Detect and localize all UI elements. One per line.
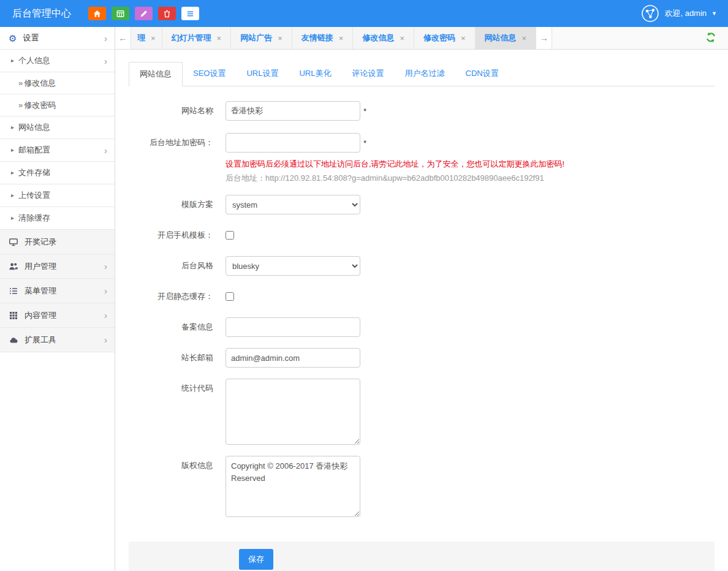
tab-slideshow[interactable]: 幻灯片管理 × (162, 27, 232, 49)
admin-key-input[interactable] (226, 133, 360, 153)
triangle-right-icon: ▸ (11, 192, 14, 199)
tab-label: 幻灯片管理 (172, 32, 211, 43)
sidebar-item-label: 上传设置 (18, 190, 50, 201)
form-footer: 保存 (129, 542, 715, 571)
tab-site-info[interactable]: 网站信息 × (476, 27, 537, 49)
triangle-right-icon: ▸ (11, 58, 14, 64)
admin-key-label: 后台地址加密码： (129, 133, 226, 184)
tab-label: 理 (137, 32, 145, 43)
save-button[interactable]: 保存 (239, 549, 273, 570)
settings-subtabs: 网站信息 SEO设置 URL设置 URL美化 评论设置 用户名过滤 CDN设置 (129, 62, 715, 86)
form-row-mobile-template: 开启手机模板： (129, 225, 715, 245)
subtab-url-settings[interactable]: URL设置 (236, 62, 289, 86)
admin-style-select[interactable]: bluesky (226, 256, 360, 276)
tab-label: 修改信息 (362, 32, 394, 43)
form-row-site-name: 网站名称 * (129, 101, 715, 122)
sidebar-item-email-config[interactable]: ▸ 邮箱配置 › (0, 139, 115, 162)
subtab-comment-settings[interactable]: 评论设置 (342, 62, 395, 86)
subtab-site-info[interactable]: 网站信息 (129, 62, 183, 86)
sidebar-item-content-management[interactable]: 内容管理 › (0, 303, 115, 328)
sidebar-item-label: 用户管理 (25, 261, 56, 272)
double-angle-icon: » (18, 78, 23, 88)
home-icon (93, 9, 102, 18)
sidebar-item-label: 修改信息 (24, 78, 56, 89)
tab-site-ads[interactable]: 网站广告 × (231, 27, 292, 49)
sidebar-item-label: 扩展工具 (25, 335, 56, 346)
triangle-right-icon: ▸ (11, 170, 14, 176)
apps-button[interactable] (112, 7, 129, 20)
tab-label: 友情链接 (301, 32, 333, 43)
form-row-admin-style: 后台风格 bluesky (129, 256, 715, 276)
tab-label: 修改密码 (423, 32, 455, 43)
required-mark: * (363, 101, 366, 122)
icp-label: 备案信息 (129, 317, 226, 337)
form-row-admin-key: 后台地址加密码： * 设置加密码后必须通过以下地址访问后台,请劳记此地址，为了安… (129, 133, 715, 184)
menu-icon (9, 286, 18, 296)
sidebar-item-edit-password[interactable]: » 修改密码 (0, 94, 115, 116)
copyright-textarea[interactable]: Copyright © 2006-2017 香港快彩 Reserved (226, 456, 360, 517)
sidebar-item-edit-info[interactable]: » 修改信息 (0, 72, 115, 94)
stats-code-textarea[interactable] (226, 379, 360, 445)
refresh-button[interactable] (705, 27, 728, 49)
main-column: ← 理 × 幻灯片管理 × 网站广告 × 友情链接 × 修 (115, 27, 728, 571)
close-icon[interactable]: × (339, 34, 344, 43)
copyright-label: 版权信息 (129, 456, 226, 517)
sidebar-item-settings[interactable]: ⚙ 设置 › (0, 27, 115, 50)
tab-clipped[interactable]: 理 × (131, 27, 162, 49)
subtab-cdn-settings[interactable]: CDN设置 (455, 62, 509, 86)
calendar-grid-icon (116, 9, 125, 18)
close-icon[interactable]: × (461, 34, 466, 43)
admin-style-label: 后台风格 (129, 256, 226, 276)
admin-key-url: 后台地址：http://120.92.81.54:808?g=admin&upw… (226, 173, 544, 184)
home-button[interactable] (88, 7, 106, 20)
webmaster-email-input[interactable] (226, 348, 360, 368)
tabs-scroll-right-button[interactable]: → (536, 27, 552, 49)
close-icon[interactable]: × (278, 34, 282, 43)
sidebar-item-menu-management[interactable]: 菜单管理 › (0, 279, 115, 303)
template-select[interactable]: system (226, 195, 360, 214)
sidebar-item-user-management[interactable]: 用户管理 › (0, 254, 115, 279)
edit-button[interactable] (135, 7, 153, 20)
site-name-label: 网站名称 (129, 101, 226, 122)
monitor-icon (9, 237, 18, 247)
sidebar-item-file-storage[interactable]: ▸ 文件存储 (0, 162, 115, 184)
site-name-input[interactable] (226, 101, 360, 121)
list-button[interactable] (181, 7, 199, 20)
webmaster-email-label: 站长邮箱 (129, 348, 226, 368)
subtab-username-filter[interactable]: 用户名过滤 (395, 62, 455, 86)
sidebar-item-site-info[interactable]: ▸ 网站信息 (0, 116, 115, 139)
caret-down-icon: ▼ (711, 10, 717, 17)
tab-edit-info[interactable]: 修改信息 × (353, 27, 414, 49)
sidebar-item-label: 修改密码 (24, 100, 56, 111)
static-cache-checkbox[interactable] (226, 292, 234, 301)
icp-input[interactable] (226, 317, 360, 337)
sidebar-item-lottery-records[interactable]: 开奖记录 (0, 230, 115, 254)
static-cache-label: 开启静态缓存： (129, 287, 226, 306)
sidebar-item-label: 个人信息 (18, 55, 50, 66)
site-info-form: 网站名称 * 后台地址加密码： * 设置 (129, 86, 715, 571)
sidebar-item-upload-settings[interactable]: ▸ 上传设置 (0, 184, 115, 207)
chevron-right-icon: › (104, 34, 107, 43)
subtab-seo[interactable]: SEO设置 (183, 62, 236, 86)
sidebar-item-label: 网站信息 (18, 122, 50, 133)
tabs-scroll-left-button[interactable]: ← (115, 27, 131, 49)
close-icon[interactable]: × (522, 34, 527, 43)
sidebar-item-personal-info[interactable]: ▸ 个人信息 › (0, 50, 115, 72)
triangle-right-icon: ▸ (11, 215, 14, 221)
close-icon[interactable]: × (400, 34, 404, 43)
template-label: 模版方案 (129, 195, 226, 214)
user-menu[interactable]: 欢迎, admin ▼ (641, 4, 717, 23)
tab-friend-links[interactable]: 友情链接 × (292, 27, 354, 49)
tab-edit-password[interactable]: 修改密码 × (414, 27, 476, 49)
mobile-template-checkbox[interactable] (226, 231, 234, 240)
sidebar-item-clear-cache[interactable]: ▸ 清除缓存 (0, 207, 115, 230)
delete-button[interactable] (158, 7, 176, 20)
sidebar-item-extensions[interactable]: 扩展工具 › (0, 328, 115, 352)
pencil-icon (139, 9, 148, 18)
chevron-right-icon: › (104, 311, 107, 320)
subtab-url-beautify[interactable]: URL美化 (289, 62, 341, 86)
close-icon[interactable]: × (217, 34, 222, 43)
topbar-quick-buttons (88, 7, 205, 20)
body-split: ⚙ 设置 › ▸ 个人信息 › » 修改信息 » 修改密码 ▸ 网站信息 (0, 27, 728, 571)
close-icon[interactable]: × (151, 34, 156, 43)
